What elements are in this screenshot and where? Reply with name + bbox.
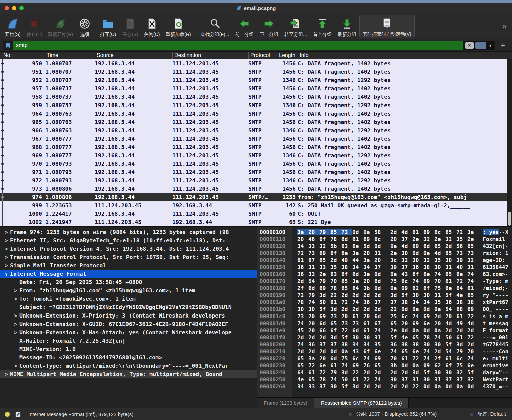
hex-row[interactable]: 000001203433325b636e5d0d0a4d696d652d5665… — [257, 243, 512, 250]
hex-byte[interactable]: 34 — [352, 264, 363, 270]
hex-byte[interactable]: 79 — [456, 348, 467, 355]
hex-row[interactable]: 000001406167652d49443a203c32303235303932… — [257, 257, 512, 264]
hex-ascii[interactable]: 63.com>· — [483, 271, 512, 277]
hex-byte[interactable]: 73 — [352, 320, 363, 327]
hex-byte[interactable]: 61 — [412, 229, 423, 235]
hex-byte[interactable]: 31 — [445, 264, 456, 270]
hex-byte[interactable]: 66 — [319, 327, 330, 334]
hex-byte[interactable]: 20 — [401, 320, 412, 327]
hex-byte[interactable]: 37 — [456, 376, 467, 383]
hex-byte[interactable]: 62 — [412, 285, 423, 291]
hex-byte[interactable]: 0a — [434, 327, 445, 334]
hex-byte[interactable]: 38 — [467, 299, 478, 305]
hex-byte[interactable]: 6e — [456, 271, 467, 277]
hex-byte[interactable]: 2e — [390, 327, 401, 334]
hex-byte[interactable]: 74 — [297, 320, 308, 327]
hex-byte[interactable]: 6c — [456, 355, 467, 362]
hex-byte[interactable]: 0d — [401, 306, 412, 312]
detail-row[interactable]: >Frame 974: 1233 bytes on wire (9864 bit… — [0, 228, 257, 236]
hex-byte[interactable]: 75 — [390, 313, 401, 320]
hex-byte[interactable]: 65 — [330, 229, 341, 235]
hex-byte[interactable]: 0a — [434, 306, 445, 312]
hex-byte[interactable]: 30 — [308, 306, 319, 312]
hex-byte[interactable]: 74 — [297, 341, 308, 348]
hex-byte[interactable]: 62 — [434, 362, 445, 369]
packet-row[interactable]: 9671.080777192.168.3.44111.124.203.45SMT… — [0, 135, 512, 143]
hex-byte[interactable]: 4d — [434, 250, 445, 256]
hex-row[interactable]: 000001307273696f6e3a20312e300d0a4d657373… — [257, 250, 512, 257]
hex-byte[interactable]: 73 — [341, 229, 352, 235]
hex-byte[interactable]: 0d — [401, 327, 412, 334]
hex-byte[interactable]: 30 — [434, 264, 445, 270]
hex-byte[interactable]: 61 — [456, 313, 467, 320]
hex-byte[interactable]: 65 — [445, 229, 456, 235]
hex-byte[interactable]: 34 — [297, 243, 308, 249]
hex-row[interactable]: 000001d074206d65737361676520696e204d494d… — [257, 320, 512, 327]
hex-byte[interactable]: 0a — [412, 327, 423, 334]
hex-byte[interactable]: 2d — [374, 383, 386, 390]
hex-byte[interactable]: 32 — [445, 236, 456, 242]
hex-byte[interactable]: 0d — [330, 348, 341, 355]
hex-byte[interactable]: 30 — [330, 383, 341, 390]
hex-byte[interactable]: 58 — [374, 229, 386, 235]
hex-row[interactable]: 000001b030305f3d2d2d2d2d220d0a0d0a546869… — [257, 306, 512, 313]
hex-byte[interactable]: 65 — [467, 292, 478, 298]
hex-byte[interactable]: 72 — [412, 355, 423, 362]
hex-byte[interactable]: 2d — [341, 292, 352, 298]
detail-row[interactable]: >Unknown-Extension: X-GUID: 67C1ED67-361… — [0, 320, 257, 328]
hex-byte[interactable]: 69 — [319, 250, 330, 256]
hex-byte[interactable]: 69 — [423, 229, 434, 235]
hex-byte[interactable]: 74 — [374, 327, 386, 334]
hex-byte[interactable]: 65 — [445, 271, 456, 277]
hex-byte[interactable]: 6f — [363, 348, 374, 355]
hex-byte[interactable]: 0a — [390, 285, 401, 291]
hex-byte[interactable]: 30 — [401, 250, 412, 256]
hex-byte[interactable]: 2d — [401, 383, 412, 390]
hex-byte[interactable]: 6d — [374, 313, 386, 320]
hex-byte[interactable]: 35 — [456, 236, 467, 242]
hex-byte[interactable]: 73 — [467, 250, 478, 256]
hex-ascii[interactable]: E format — [483, 327, 512, 334]
hex-byte[interactable]: 61 — [308, 369, 319, 376]
detail-row[interactable]: >Ethernet II, Src: GigaByteTech_fc:e1:18… — [0, 236, 257, 245]
hex-byte[interactable]: 3a — [352, 250, 363, 256]
hex-byte[interactable]: 33 — [308, 243, 319, 249]
filter-bookmark-button[interactable] — [3, 41, 13, 50]
hex-byte[interactable]: 2d — [297, 334, 308, 341]
hex-byte[interactable]: 0d — [423, 327, 434, 334]
hex-byte[interactable]: 74 — [374, 376, 386, 383]
hex-byte[interactable]: 36 — [412, 264, 423, 270]
hex-byte[interactable]: 75 — [434, 285, 445, 291]
hex-byte[interactable]: 3d — [330, 334, 341, 341]
hex-byte[interactable]: 54 — [445, 348, 456, 355]
hex-byte[interactable]: 32 — [423, 236, 434, 242]
packet-row[interactable]: 9651.080763192.168.3.44111.124.203.45SMT… — [0, 118, 512, 126]
hex-byte[interactable]: 45 — [297, 327, 308, 334]
column-header-no[interactable]: No. — [0, 52, 45, 59]
profile-selector[interactable]: 配置: Default — [477, 411, 506, 417]
hex-byte[interactable]: 69 — [412, 320, 423, 327]
hex-byte[interactable]: 0d — [374, 243, 386, 249]
hex-byte[interactable]: 6d — [423, 243, 434, 249]
hex-byte[interactable]: 56 — [456, 243, 467, 249]
hex-byte[interactable]: 2d — [341, 306, 352, 312]
detail-row[interactable]: Subject: =?GB2312?B?QWNjZXNzIEdyYW50ZWQg… — [0, 303, 257, 311]
hex-byte[interactable]: 20 — [297, 236, 308, 242]
hex-byte[interactable]: 5b — [330, 243, 341, 249]
hex-byte[interactable]: 3a — [352, 278, 363, 284]
hex-byte[interactable]: 37 — [401, 236, 412, 242]
expander-closed-icon[interactable]: > — [3, 229, 10, 235]
hex-byte[interactable]: 74 — [423, 355, 434, 362]
toolbar-button-open[interactable]: 打开(O) — [97, 15, 119, 38]
hex-byte[interactable]: 4d — [401, 229, 412, 235]
hex-byte[interactable]: 34 — [412, 299, 423, 305]
hex-byte[interactable]: 2d — [319, 334, 330, 341]
hex-ascii[interactable]: 4370_=-- — [483, 383, 512, 390]
packet-row[interactable]: 9741.080806192.168.3.44111.124.203.45SMT… — [0, 193, 512, 201]
hex-byte[interactable]: 6c — [401, 313, 412, 320]
hex-byte[interactable]: 0d — [467, 383, 478, 390]
hex-byte[interactable]: 2d — [352, 292, 363, 298]
hex-byte[interactable]: 65 — [341, 285, 352, 291]
hex-row[interactable]: 0000016036332e636f6d3e0d0a436f6e74656e74… — [257, 271, 512, 278]
hex-byte[interactable]: 43 — [401, 271, 412, 277]
